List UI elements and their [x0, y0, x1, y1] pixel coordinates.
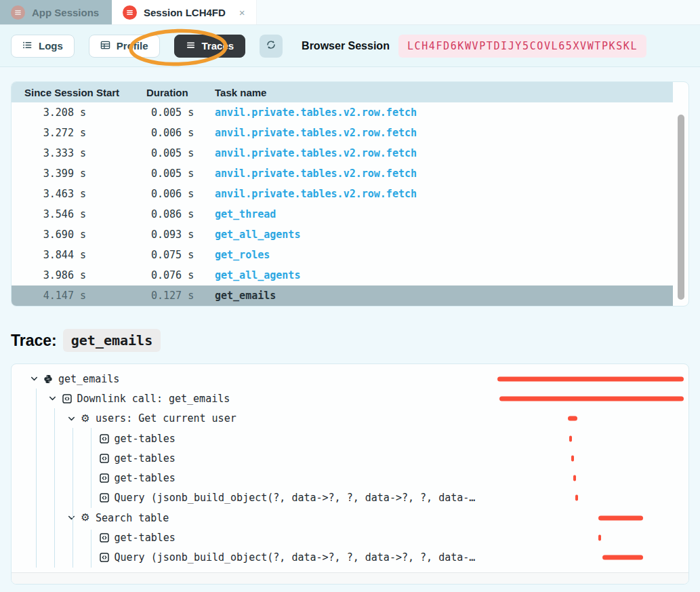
cell-task: get_all_agents — [213, 269, 673, 281]
cell-since: 3.546 s — [12, 208, 140, 220]
cell-task: anvil.private.tables.v2.row.fetch — [213, 106, 673, 119]
task-link[interactable]: anvil.private.tables.v2.row.fetch — [215, 188, 417, 200]
task-link[interactable]: get_thread — [215, 208, 276, 220]
cell-since: 3.272 s — [12, 127, 140, 139]
cell-since: 3.399 s — [12, 167, 140, 180]
toolbar: Logs Profile Traces Browser Session LCH4… — [0, 25, 700, 67]
chevron-down-icon[interactable] — [44, 394, 62, 403]
cell-duration: 0.005 s — [140, 167, 213, 180]
code-icon — [99, 533, 110, 542]
duration-bar — [602, 555, 643, 560]
tab-label: Session LCH4FD — [144, 7, 226, 18]
table-row[interactable]: 3.333 s0.005 sanvil.private.tables.v2.ro… — [12, 143, 673, 163]
cell-duration: 0.005 s — [140, 106, 213, 119]
table-row[interactable]: 3.986 s0.076 sget_all_agents — [12, 265, 673, 285]
table-row[interactable]: 3.272 s0.006 sanvil.private.tables.v2.ro… — [12, 123, 673, 143]
table-row[interactable]: 3.546 s0.086 sget_thread — [12, 204, 673, 224]
table-row[interactable]: 3.208 s0.005 sanvil.private.tables.v2.ro… — [12, 102, 673, 123]
code-icon — [99, 493, 110, 502]
traces-button[interactable]: Traces — [174, 35, 246, 58]
cell-duration: 0.006 s — [140, 127, 213, 139]
cell-since: 3.208 s — [12, 106, 140, 119]
cell-duration: 0.005 s — [140, 147, 213, 159]
code-icon — [99, 434, 110, 443]
cell-since: 3.986 s — [12, 269, 140, 281]
trace-tree-row[interactable]: ⚙users: Get current user — [12, 409, 688, 429]
code-icon — [99, 454, 110, 463]
cell-duration: 0.093 s — [140, 229, 213, 241]
trace-tree-row[interactable]: get_emails — [12, 369, 688, 389]
duration-bar — [571, 455, 574, 461]
trace-tree-row[interactable]: ⚙Search table — [12, 508, 688, 528]
session-list-icon — [11, 5, 25, 20]
profile-button-label: Profile — [117, 40, 148, 52]
trace-node-label: get-tables — [115, 532, 176, 544]
code-icon — [99, 473, 110, 483]
refresh-button[interactable] — [260, 35, 283, 58]
trace-tree-row[interactable]: get-tables — [12, 429, 688, 448]
trace-tree-row[interactable]: Query (jsonb_build_object(?, data->?, ?,… — [12, 548, 688, 568]
trace-node-label: Downlink call: get_emails — [77, 393, 230, 405]
task-link[interactable]: get_emails — [215, 290, 276, 302]
duration-bar — [598, 515, 643, 520]
column-header-task: Task name — [213, 87, 673, 98]
trace-tree-row[interactable]: get-tables — [12, 528, 688, 547]
scrollbar-thumb[interactable] — [678, 115, 684, 300]
cell-duration: 0.075 s — [140, 249, 213, 261]
cell-since: 3.463 s — [12, 188, 140, 200]
table-header-row: Since Session Start Duration Task name — [12, 82, 673, 102]
cell-duration: 0.127 s — [140, 290, 213, 302]
task-link[interactable]: anvil.private.tables.v2.row.fetch — [215, 127, 417, 139]
chevron-down-icon[interactable] — [62, 513, 80, 522]
cell-duration: 0.076 s — [140, 269, 213, 281]
cell-task: anvil.private.tables.v2.row.fetch — [213, 147, 673, 159]
trace-tree-row[interactable]: get-tables — [12, 468, 688, 488]
table-row[interactable]: 3.463 s0.006 sanvil.private.tables.v2.ro… — [12, 184, 673, 204]
task-link[interactable]: anvil.private.tables.v2.row.fetch — [215, 167, 417, 180]
table-row[interactable]: 4.147 s0.127 sget_emails — [12, 285, 673, 306]
trace-node-label: users: Get current user — [96, 412, 236, 425]
indent-guide-line — [36, 389, 37, 568]
task-link[interactable]: get_roles — [215, 249, 270, 261]
tab-session-lch4fd[interactable]: Session LCH4FD × — [112, 0, 257, 24]
duration-bar — [497, 376, 684, 381]
indent-guide-line — [91, 428, 91, 508]
trace-node-label: Query (jsonb_build_object(?, data->?, ?,… — [115, 492, 476, 504]
cell-task: anvil.private.tables.v2.row.fetch — [213, 127, 673, 139]
table-row[interactable]: 3.690 s0.093 sget_all_agents — [12, 224, 673, 245]
close-icon[interactable]: × — [239, 7, 245, 18]
refresh-icon — [266, 39, 276, 52]
task-link[interactable]: anvil.private.tables.v2.row.fetch — [215, 106, 417, 119]
cell-task: get_all_agents — [213, 229, 673, 241]
gear-icon: ⚙ — [80, 513, 91, 523]
trace-node-label: Query (jsonb_build_object(?, data->?, ?,… — [115, 551, 476, 564]
code-icon — [62, 394, 73, 403]
tab-bar: App Sessions Session LCH4FD × — [0, 0, 700, 25]
trace-tree-row[interactable]: Query (jsonb_build_object(?, data->?, ?,… — [12, 488, 688, 508]
trace-tree-row[interactable]: get-tables — [12, 448, 688, 468]
cell-task: anvil.private.tables.v2.row.fetch — [213, 188, 673, 200]
trace-node-label: Search table — [96, 512, 169, 524]
trace-tree: get_emailsDownlink call: get_emails⚙user… — [12, 364, 688, 568]
trace-heading-label: Trace: — [11, 332, 57, 350]
trace-name-chip: get_emails — [63, 329, 161, 352]
task-link[interactable]: anvil.private.tables.v2.row.fetch — [215, 147, 417, 159]
chevron-down-icon[interactable] — [62, 414, 80, 423]
chevron-down-icon[interactable] — [25, 374, 43, 383]
session-id-value: LCH4FD6KWVPTDIJY5COVL65XVWTPKSKL — [398, 35, 646, 58]
trace-panel: get_emailsDownlink call: get_emails⚙user… — [11, 363, 689, 585]
trace-node-label: get-tables — [115, 452, 176, 465]
duration-bar — [575, 495, 578, 501]
cell-task: anvil.private.tables.v2.row.fetch — [213, 167, 673, 180]
session-list-icon — [123, 5, 137, 20]
trace-tree-row[interactable]: Downlink call: get_emails — [12, 389, 688, 408]
logs-button[interactable]: Logs — [11, 35, 75, 58]
traces-table: Since Session Start Duration Task name 3… — [11, 81, 689, 307]
table-row[interactable]: 3.844 s0.075 sget_roles — [12, 245, 673, 265]
trace-node-label: get-tables — [115, 472, 176, 484]
task-link[interactable]: get_all_agents — [215, 269, 300, 281]
table-row[interactable]: 3.399 s0.005 sanvil.private.tables.v2.ro… — [12, 163, 673, 184]
task-link[interactable]: get_all_agents — [215, 229, 300, 241]
tab-app-sessions[interactable]: App Sessions — [0, 0, 112, 24]
profile-button[interactable]: Profile — [89, 35, 160, 58]
